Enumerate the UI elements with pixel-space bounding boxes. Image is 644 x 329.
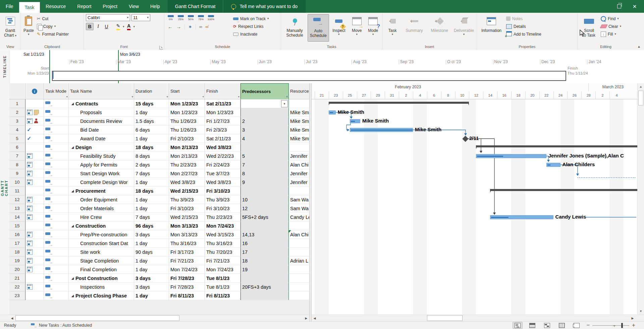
font-size-combo[interactable]: 11▾ — [131, 14, 150, 21]
predecessors-cell[interactable]: 14,13 — [240, 230, 289, 239]
format-painter-button[interactable]: ✎Format Painter — [36, 30, 70, 38]
fill-button[interactable]: ↓Fill▾ — [600, 30, 622, 38]
predecessors-cell[interactable] — [240, 274, 289, 283]
highlight-color-button[interactable]: ✎ — [114, 23, 122, 30]
task-mode-cell[interactable] — [44, 143, 69, 152]
start-cell[interactable]: Thu 2/23/23 — [169, 160, 205, 169]
task-mode-cell[interactable] — [44, 230, 69, 239]
summary-bar[interactable] — [476, 145, 637, 147]
tab-project[interactable]: Project — [97, 0, 123, 13]
finish-cell[interactable]: Wed 3/8/23 — [205, 143, 240, 152]
row-number[interactable]: 10 — [9, 178, 25, 187]
scroll-right-button[interactable]: ▶ — [630, 315, 636, 321]
row-number[interactable]: 7 — [9, 152, 25, 160]
link-tasks-button[interactable]: ∞ — [199, 24, 202, 29]
indicator-cell[interactable] — [25, 195, 44, 204]
predecessors-cell[interactable]: 4 — [240, 134, 289, 143]
finish-cell[interactable]: Wed 3/8/23 — [205, 178, 240, 187]
underline-button[interactable]: U — [103, 23, 110, 30]
filter-arrow-icon[interactable]: ▾ — [286, 95, 288, 98]
indent-task-button[interactable]: → — [176, 24, 181, 30]
indicator-cell[interactable] — [25, 274, 44, 283]
task-mode-cell[interactable] — [44, 239, 69, 248]
tab-view[interactable]: View — [123, 0, 145, 13]
collapse-ribbon-button[interactable]: ▲ — [637, 44, 641, 49]
task-mode-cell[interactable] — [44, 213, 69, 222]
resource-cell[interactable]: Alan Chi — [289, 230, 309, 239]
italic-button[interactable]: I — [94, 23, 102, 30]
task-name-cell[interactable]: Documents Review — [69, 117, 134, 126]
indicator-cell[interactable] — [25, 222, 44, 230]
predecessors-cell[interactable]: 18 — [240, 256, 289, 265]
predecessors-cell[interactable]: 17 — [240, 248, 289, 256]
resource-cell[interactable]: Mike Sm — [289, 126, 309, 134]
report-view-button[interactable] — [572, 322, 582, 329]
task-mode-cell[interactable] — [44, 256, 69, 265]
column-header-task-mode[interactable]: Task Mode▾ — [44, 83, 69, 99]
task-name-cell[interactable]: Construction Start Dat — [69, 239, 134, 248]
task-name-cell[interactable]: ◢Construction — [69, 222, 134, 230]
resource-cell[interactable]: Sam Wa — [289, 204, 309, 213]
column-header-duration[interactable]: Duration▾ — [134, 83, 169, 99]
resource-cell[interactable]: Alan Chi — [289, 160, 309, 169]
finish-cell[interactable]: Wed 3/15/23 — [205, 230, 240, 239]
tab-gantt-chart-format[interactable]: Gantt Chart Format — [168, 0, 223, 13]
predecessors-cell[interactable]: 19 — [240, 265, 289, 274]
predecessors-cell[interactable]: 2 — [240, 117, 289, 126]
task-name-cell[interactable]: Bid Date — [69, 126, 134, 134]
resource-cell[interactable]: Mike Sm — [289, 134, 309, 143]
duration-cell[interactable]: 90 days — [134, 248, 169, 256]
task-name-cell[interactable]: ◢Contracts — [69, 99, 134, 108]
start-cell[interactable]: Mon 3/13/23 — [169, 222, 205, 230]
duration-cell[interactable]: 2 days — [134, 160, 169, 169]
row-number[interactable]: 5 — [9, 134, 25, 143]
start-cell[interactable]: Thu 1/26/23 — [169, 117, 205, 126]
task-mode-cell[interactable] — [44, 204, 69, 213]
column-header-predecessors[interactable]: Predecessors▾ — [240, 83, 289, 99]
collapse-triangle-icon[interactable]: ◢ — [71, 189, 74, 193]
filter-arrow-icon[interactable]: ▾ — [131, 95, 133, 98]
tell-me-box[interactable]: Tell me what you want to do — [223, 4, 306, 9]
start-cell[interactable]: Fri 3/10/23 — [169, 204, 205, 213]
duration-cell[interactable]: 6 days — [134, 126, 169, 134]
predecessors-cell[interactable]: 9 — [240, 178, 289, 187]
start-cell[interactable]: Wed 2/15/23 — [169, 213, 205, 222]
resource-cell[interactable] — [289, 222, 309, 230]
paste-button[interactable]: Paste ▾ — [22, 14, 35, 42]
row-number[interactable]: 15 — [9, 222, 25, 230]
task-mode-cell[interactable] — [44, 126, 69, 134]
timeline-pan-handle-left[interactable] — [49, 50, 50, 83]
chart-scroll-thumb[interactable] — [427, 315, 463, 321]
task-mode-cell[interactable] — [44, 160, 69, 169]
row-number[interactable]: 22 — [9, 283, 25, 291]
sheet-view-button[interactable] — [557, 322, 567, 329]
duration-cell[interactable]: 1.5 days — [134, 117, 169, 126]
task-name-cell[interactable]: Site work — [69, 248, 134, 256]
column-header-resource[interactable]: Resource — [289, 83, 309, 99]
task-name-cell[interactable]: Final Completion — [69, 265, 134, 274]
indicator-cell[interactable] — [25, 178, 44, 187]
predecessors-cell[interactable] — [240, 291, 289, 300]
mode-button[interactable]: ? Mode ▾ — [365, 14, 381, 42]
resource-cell[interactable]: Mike Sm — [289, 117, 309, 126]
resource-cell[interactable] — [289, 265, 309, 274]
task-bar[interactable] — [350, 119, 360, 123]
scroll-down-button[interactable]: ▼ — [638, 308, 644, 314]
row-number[interactable]: 1 — [9, 99, 25, 108]
duration-cell[interactable]: 3 days — [134, 230, 169, 239]
row-number[interactable]: 13 — [9, 204, 25, 213]
indicator-cell[interactable] — [25, 99, 44, 108]
resource-cell[interactable]: Mike Sm — [289, 108, 309, 117]
resource-cell[interactable]: Adrian L — [289, 256, 309, 265]
summary-bar[interactable] — [490, 189, 637, 191]
restore-window-icon[interactable] — [617, 4, 621, 8]
resource-cell[interactable]: Jennifer — [289, 152, 309, 160]
start-cell[interactable]: Fri 3/17/23 — [169, 248, 205, 256]
start-cell[interactable]: Mon 1/23/23 — [169, 99, 205, 108]
finish-cell[interactable]: Tue 8/1/23 — [205, 283, 240, 291]
task-mode-cell[interactable] — [44, 265, 69, 274]
summary-bar[interactable] — [329, 102, 469, 104]
indicator-cell[interactable] — [25, 143, 44, 152]
zoom-out-button[interactable]: − — [586, 323, 590, 328]
duration-cell[interactable]: 3 days — [134, 283, 169, 291]
